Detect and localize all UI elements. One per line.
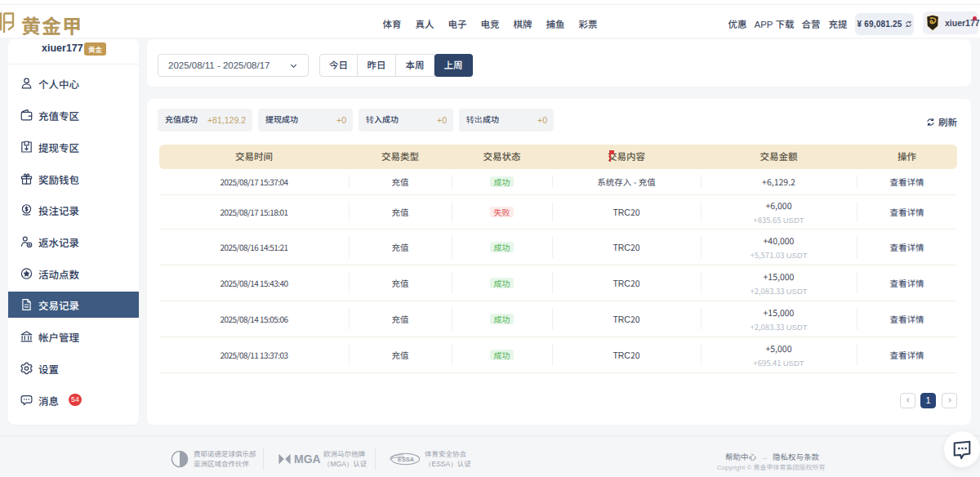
svg-text:ESSA: ESSA (398, 456, 415, 463)
